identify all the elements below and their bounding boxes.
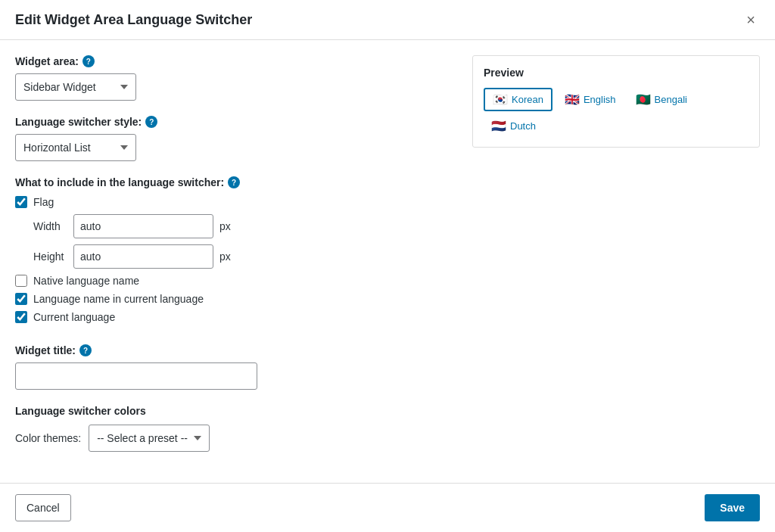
color-theme-row: Color themes: -- Select a preset -- xyxy=(15,425,457,452)
flag-row: Flag xyxy=(15,196,457,208)
language-style-label: Language switcher style: ? xyxy=(15,116,457,128)
preview-languages: 🇰🇷 Korean 🇬🇧 English 🇧🇩 Bengali 🇳🇱 Dutch xyxy=(484,88,749,136)
flag-height-row: Height px xyxy=(33,244,457,269)
colors-label: Language switcher colors xyxy=(15,405,457,417)
flag-width-input[interactable] xyxy=(73,214,213,238)
flag-width-unit: px xyxy=(219,220,231,232)
include-label: What to include in the language switcher… xyxy=(15,176,457,188)
language-current-row: Language name in current language xyxy=(15,293,457,305)
modal-body: Widget area: ? Sidebar Widget Footer Wid… xyxy=(0,40,775,483)
flag-height-unit: px xyxy=(219,250,231,263)
flag-label[interactable]: Flag xyxy=(33,196,54,208)
language-style-help-icon[interactable]: ? xyxy=(145,116,157,128)
widget-area-label: Widget area: ? xyxy=(15,55,457,67)
native-language-checkbox[interactable] xyxy=(15,275,27,287)
modal-header: Edit Widget Area Language Switcher × xyxy=(0,0,775,40)
language-current-checkbox[interactable] xyxy=(15,293,27,305)
language-style-select[interactable]: Horizontal List Vertical List Dropdown xyxy=(15,134,136,161)
language-style-section: Language switcher style: ? Horizontal Li… xyxy=(15,116,457,161)
flag-height-input[interactable] xyxy=(73,244,213,269)
include-section: What to include in the language switcher… xyxy=(15,176,457,329)
current-language-checkbox[interactable] xyxy=(15,311,27,323)
colors-section: Language switcher colors Color themes: -… xyxy=(15,405,457,452)
color-theme-label: Color themes: xyxy=(15,432,81,444)
cancel-button[interactable]: Cancel xyxy=(15,494,71,521)
flag-height-label: Height xyxy=(33,250,67,263)
native-language-row: Native language name xyxy=(15,275,457,287)
preview-language-korean[interactable]: 🇰🇷 Korean xyxy=(484,88,552,111)
widget-title-section: Widget title: ? xyxy=(15,344,457,390)
flag-checkbox[interactable] xyxy=(15,196,27,208)
include-help-icon[interactable]: ? xyxy=(228,176,240,188)
preview-title: Preview xyxy=(484,67,749,79)
native-language-label[interactable]: Native language name xyxy=(33,275,139,287)
color-preset-select[interactable]: -- Select a preset -- xyxy=(89,425,210,452)
flag-fields: Width px Height px xyxy=(33,214,457,269)
flag-width-row: Width px xyxy=(33,214,457,238)
widget-area-select[interactable]: Sidebar Widget Footer Widget xyxy=(15,73,136,101)
current-language-row: Current language xyxy=(15,311,457,323)
widget-area-section: Widget area: ? Sidebar Widget Footer Wid… xyxy=(15,55,457,101)
preview-language-english[interactable]: 🇬🇧 English xyxy=(557,89,624,110)
flag-width-label: Width xyxy=(33,220,67,232)
widget-title-label: Widget title: ? xyxy=(15,344,457,356)
widget-title-help-icon[interactable]: ? xyxy=(79,344,92,356)
korean-flag-icon: 🇰🇷 xyxy=(493,92,508,107)
preview-box: Preview 🇰🇷 Korean 🇬🇧 English 🇧🇩 Bengali xyxy=(472,55,760,148)
english-flag-icon: 🇬🇧 xyxy=(565,92,580,107)
widget-area-help-icon[interactable]: ? xyxy=(82,55,95,67)
language-current-label[interactable]: Language name in current language xyxy=(33,293,204,305)
widget-title-input[interactable] xyxy=(15,362,257,390)
current-language-label[interactable]: Current language xyxy=(33,311,115,323)
save-button[interactable]: Save xyxy=(705,494,760,521)
dutch-flag-icon: 🇳🇱 xyxy=(491,119,506,133)
right-panel: Preview 🇰🇷 Korean 🇬🇧 English 🇧🇩 Bengali xyxy=(472,55,760,468)
modal-title: Edit Widget Area Language Switcher xyxy=(15,12,252,28)
preview-language-dutch[interactable]: 🇳🇱 Dutch xyxy=(484,116,543,136)
modal-container: Edit Widget Area Language Switcher × Wid… xyxy=(0,0,775,532)
bengali-flag-icon: 🇧🇩 xyxy=(636,92,651,107)
left-panel: Widget area: ? Sidebar Widget Footer Wid… xyxy=(15,55,457,468)
close-button[interactable]: × xyxy=(742,11,760,29)
preview-language-bengali[interactable]: 🇧🇩 Bengali xyxy=(628,89,695,110)
modal-footer: Cancel Save xyxy=(0,483,775,532)
